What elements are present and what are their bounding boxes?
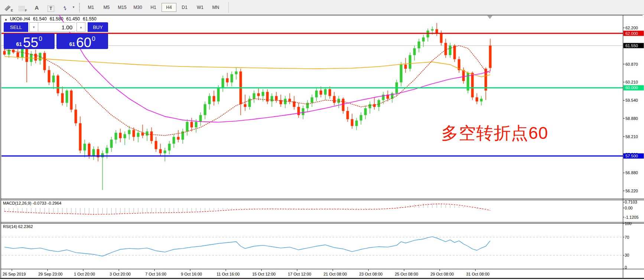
svg-text:26 Sep 2019: 26 Sep 2019 xyxy=(3,272,26,276)
tf-m15[interactable]: M15 xyxy=(115,3,130,12)
toolbar: E F A T ▼ M1 M5 M15 M30 xyxy=(0,0,644,15)
buy-price-prefix: 61 xyxy=(69,41,75,47)
svg-text:0.7103: 0.7103 xyxy=(625,200,637,204)
tools-dropdown-caret[interactable]: ▼ xyxy=(72,6,75,9)
svg-text:62.200: 62.200 xyxy=(625,26,638,30)
svg-text:58.210: 58.210 xyxy=(625,134,638,139)
text-a-icon[interactable]: A xyxy=(32,3,42,12)
svg-text:29 Oct 08:00: 29 Oct 08:00 xyxy=(430,272,454,276)
svg-text:60.870: 60.870 xyxy=(625,62,638,66)
one-click-trading-panel: SELL ▼ ▲ BUY 61 55 0 61 60 0 xyxy=(4,22,108,49)
volume-increase-button[interactable]: ▲ xyxy=(77,22,85,32)
svg-text:7 Oct 16:00: 7 Oct 16:00 xyxy=(145,272,166,276)
svg-text:29 Sep 23:00: 29 Sep 23:00 xyxy=(38,272,62,276)
tf-m5[interactable]: M5 xyxy=(99,3,114,12)
svg-text:-1.1205: -1.1205 xyxy=(625,215,638,219)
volume-decrease-button[interactable]: ▼ xyxy=(29,22,38,32)
collapse-arrow-icon[interactable]: ▲ xyxy=(4,18,7,21)
svg-text:58.880: 58.880 xyxy=(625,116,638,121)
chart-title: ▲ UKOil-,H4 61.540 61.580 61.450 61.550 xyxy=(4,16,97,22)
textbox-icon[interactable]: T xyxy=(46,3,56,12)
svg-text:15 Oct 12:00: 15 Oct 12:00 xyxy=(252,272,276,276)
svg-text:56.880: 56.880 xyxy=(625,170,638,175)
svg-text:17 Oct 12:00: 17 Oct 12:00 xyxy=(288,272,311,276)
svg-text:60.000: 60.000 xyxy=(625,85,638,90)
svg-text:59.540: 59.540 xyxy=(625,98,638,102)
svg-text:11 Oct 16:00: 11 Oct 16:00 xyxy=(217,272,240,276)
svg-text:57.500: 57.500 xyxy=(625,154,638,158)
rsi-indicator-label: RSI(14) 62.2362 xyxy=(3,224,33,229)
svg-text:61.550: 61.550 xyxy=(625,43,638,48)
equidistant-channel-icon[interactable]: E xyxy=(4,3,13,12)
ohlc-close: 61.550 xyxy=(83,16,97,22)
volume-input[interactable] xyxy=(38,22,75,32)
svg-text:60.210: 60.210 xyxy=(625,80,638,84)
buy-price-box[interactable]: 61 60 0 xyxy=(56,33,108,49)
sell-button[interactable]: SELL xyxy=(4,22,28,32)
svg-text:0: 0 xyxy=(625,265,627,270)
toolbar-separator xyxy=(228,2,229,13)
arrows-icon[interactable] xyxy=(60,3,70,12)
sell-price-big: 55 xyxy=(23,36,38,49)
svg-text:31 Oct 08:00: 31 Oct 08:00 xyxy=(466,272,489,276)
tf-h4-active[interactable]: H4 xyxy=(162,3,176,12)
tf-h1[interactable]: H1 xyxy=(146,3,161,12)
toolbar-grip[interactable] xyxy=(79,3,81,12)
ohlc-high: 61.580 xyxy=(50,16,64,22)
timeframe-bar: M1 M5 M15 M30 H1 H4 D1 W1 MN xyxy=(84,3,223,12)
sell-price-sup: 0 xyxy=(39,35,42,43)
tf-m30[interactable]: M30 xyxy=(130,3,145,12)
fibonacci-icon[interactable]: F xyxy=(18,3,27,12)
macd-indicator-label: MACD(12,26,9) -0.0733 -0.2964 xyxy=(3,201,61,205)
ohlc-low: 61.450 xyxy=(66,16,80,22)
tf-m1[interactable]: M1 xyxy=(84,3,98,12)
drawing-tools: E F A T ▼ xyxy=(0,3,75,12)
svg-text:1 Oct 20:00: 1 Oct 20:00 xyxy=(74,272,95,276)
chart-frame xyxy=(0,15,644,280)
ohlc-open: 61.540 xyxy=(33,16,47,22)
svg-text:21 Oct 08:00: 21 Oct 08:00 xyxy=(323,272,347,276)
sell-price-prefix: 61 xyxy=(16,41,22,47)
chart-text-annotation: 多空转折点60 xyxy=(441,122,548,145)
sell-price-box[interactable]: 61 55 0 xyxy=(4,33,55,49)
tf-w1[interactable]: W1 xyxy=(193,3,208,12)
svg-text:70: 70 xyxy=(625,235,629,240)
symbol-timeframe: UKOil-,H4 xyxy=(10,16,30,22)
svg-text:0.00: 0.00 xyxy=(625,206,632,210)
mt4-window: 62.20060.87060.21059.54058.88058.21057.5… xyxy=(0,0,644,280)
svg-text:9 Oct 16:00: 9 Oct 16:00 xyxy=(181,272,202,276)
svg-text:30: 30 xyxy=(625,253,629,257)
tf-d1[interactable]: D1 xyxy=(177,3,192,12)
svg-text:62.000: 62.000 xyxy=(625,31,638,36)
svg-text:100: 100 xyxy=(625,221,631,226)
buy-price-sup: 0 xyxy=(92,35,95,43)
svg-text:23 Oct 08:00: 23 Oct 08:00 xyxy=(359,272,383,276)
chart-shift-marker-icon[interactable] xyxy=(487,16,492,19)
buy-button[interactable]: BUY xyxy=(88,22,108,32)
tf-mn[interactable]: MN xyxy=(208,3,223,12)
svg-text:25 Oct 08:00: 25 Oct 08:00 xyxy=(395,272,418,276)
trade-panel-top-row: SELL ▼ ▲ BUY xyxy=(4,22,108,32)
svg-text:56.220: 56.220 xyxy=(625,189,638,193)
buy-price-big: 60 xyxy=(76,36,91,49)
svg-text:3 Oct 20:00: 3 Oct 20:00 xyxy=(110,272,131,276)
